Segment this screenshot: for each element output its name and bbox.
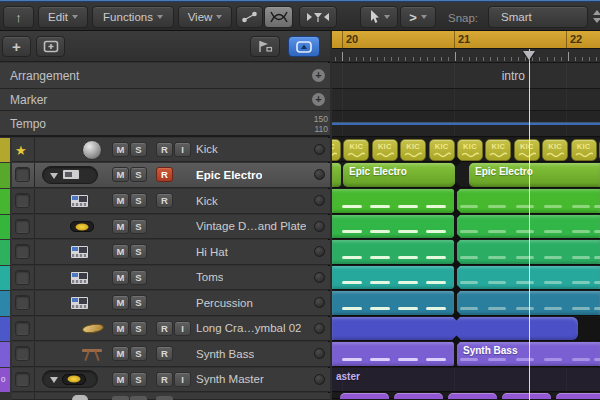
region-block-kick[interactable]: KIC	[400, 139, 426, 161]
flex-button[interactable]	[299, 6, 337, 28]
up-arrow-button[interactable]: ↑	[3, 6, 34, 28]
mute-button[interactable]: M	[112, 321, 129, 336]
record-enable-button[interactable]: R	[156, 167, 173, 182]
solo-button[interactable]: S	[130, 142, 147, 157]
add-arrangement-marker-button[interactable]: +	[312, 69, 325, 82]
track-automation-button[interactable]	[250, 36, 280, 57]
mute-button[interactable]: M	[112, 219, 129, 234]
track-row-percussion[interactable]: MSPercussion	[12, 291, 330, 316]
mute-button[interactable]: M	[112, 372, 129, 387]
track-checkbox[interactable]	[15, 270, 30, 285]
mute-button[interactable]: M	[112, 142, 129, 157]
region-block-partial[interactable]	[502, 393, 551, 399]
global-track-arrangement[interactable]: Arrangement +	[0, 63, 330, 89]
track-onoff-knob[interactable]	[314, 169, 325, 180]
track-onoff-knob[interactable]	[314, 195, 325, 206]
automation-nodes-button[interactable]	[236, 6, 263, 28]
global-track-tempo[interactable]: Tempo 150 110	[0, 111, 330, 137]
folder-region-epic-electro[interactable]: Epic Electro	[343, 163, 455, 187]
track-checkbox[interactable]	[15, 321, 30, 336]
solo-button[interactable]: S	[130, 219, 147, 234]
input-monitor-button[interactable]: I	[174, 372, 191, 387]
mute-button[interactable]: M	[112, 193, 129, 208]
track-onoff-knob[interactable]	[314, 297, 325, 308]
track-checkbox[interactable]	[15, 295, 30, 310]
record-enable-button[interactable]: R	[156, 372, 173, 387]
region-block-kick[interactable]: KIC	[542, 139, 568, 161]
crossfade-button[interactable]	[264, 6, 293, 28]
solo-button[interactable]: S	[130, 321, 147, 336]
solo-button[interactable]: S	[130, 167, 147, 182]
folder-region-epic-electro[interactable]: Epic Electro	[469, 163, 600, 187]
midi-region[interactable]	[332, 240, 454, 264]
arrange-view-button[interactable]	[288, 36, 320, 57]
region-block-kick[interactable]: KIC	[457, 139, 483, 161]
favorite-star-icon[interactable]: ★	[15, 144, 27, 157]
bar-ruler[interactable]: 20 21 22	[332, 31, 600, 49]
midi-region[interactable]	[332, 189, 454, 213]
region-block-partial[interactable]	[340, 393, 389, 399]
input-monitor-button[interactable]: I	[174, 321, 191, 336]
region-block-kick[interactable]: KIC	[332, 139, 341, 161]
track-disclosure-pill[interactable]	[42, 166, 98, 184]
track-row-synth-bass[interactable]: MSRSynth Bass	[12, 342, 330, 367]
track-onoff-knob[interactable]	[314, 144, 325, 155]
track-row-synth-master[interactable]: MSRISynth Master	[12, 368, 330, 392]
track-onoff-knob[interactable]	[314, 246, 325, 257]
folder-region-edge[interactable]	[332, 163, 341, 187]
input-monitor-button[interactable]: I	[174, 142, 191, 157]
track-checkbox[interactable]	[15, 346, 30, 361]
track-onoff-knob[interactable]	[314, 348, 325, 359]
snap-dropdown[interactable]: Smart	[488, 6, 588, 28]
playhead-line[interactable]	[529, 49, 530, 400]
record-enable-button[interactable]: R	[156, 321, 173, 336]
global-track-marker[interactable]: Marker +	[0, 89, 330, 111]
record-enable-button[interactable]: R	[156, 346, 173, 361]
region-block-kick[interactable]: KIC	[372, 139, 398, 161]
mute-button[interactable]: M	[112, 167, 129, 182]
region-block-kick[interactable]: KIC	[429, 139, 455, 161]
solo-button[interactable]: S	[130, 193, 147, 208]
solo-button[interactable]: S	[130, 244, 147, 259]
mute-button[interactable]: M	[112, 244, 129, 259]
midi-region[interactable]	[332, 291, 454, 315]
region-block-kick[interactable]: KIC	[571, 139, 597, 161]
track-checkbox[interactable]	[15, 372, 30, 387]
ruler-tick-row[interactable]	[332, 49, 600, 63]
track-checkbox[interactable]	[15, 219, 30, 234]
secondary-tool-button[interactable]: >	[400, 6, 436, 28]
track-checkbox[interactable]	[15, 193, 30, 208]
functions-menu-button[interactable]: Functions	[92, 6, 174, 28]
pointer-tool-button[interactable]	[360, 6, 398, 28]
track-row-hi-hat[interactable]: MSHi Hat	[12, 240, 330, 265]
arrangement-lane[interactable]: intro	[332, 63, 600, 89]
track-row-kick[interactable]: ★MSRIKick	[12, 138, 330, 162]
record-enable-button[interactable]: R	[156, 142, 173, 157]
track-onoff-knob[interactable]	[314, 323, 325, 334]
record-enable-button[interactable]: R	[156, 193, 173, 208]
add-marker-button[interactable]: +	[312, 93, 325, 106]
add-track-button[interactable]: +	[2, 36, 31, 57]
edit-menu-button[interactable]: Edit	[38, 6, 88, 28]
view-menu-button[interactable]: View	[178, 6, 232, 28]
track-disclosure-pill[interactable]	[42, 370, 98, 388]
track-onoff-knob[interactable]	[314, 374, 325, 385]
playhead-handle[interactable]	[523, 51, 535, 60]
duplicate-track-button[interactable]	[36, 36, 65, 57]
track-row-epic-electro[interactable]: MSREpic Electro	[12, 163, 330, 188]
region-block-partial[interactable]	[556, 393, 600, 399]
track-row-toms[interactable]: MSToms	[12, 266, 330, 290]
tempo-lane[interactable]	[332, 111, 600, 137]
midi-region[interactable]	[332, 342, 454, 366]
track-onoff-knob[interactable]	[314, 272, 325, 283]
solo-button[interactable]: S	[130, 372, 147, 387]
snap-stepper[interactable]	[591, 10, 600, 26]
region-block-partial[interactable]	[448, 393, 497, 399]
marker-lane[interactable]	[332, 89, 600, 111]
disclosure-triangle-icon[interactable]	[50, 173, 58, 179]
track-onoff-knob[interactable]	[314, 221, 325, 232]
mute-button[interactable]: M	[112, 346, 129, 361]
disclosure-triangle-icon[interactable]	[50, 377, 58, 383]
region-block-kick[interactable]: KIC	[343, 139, 369, 161]
solo-button[interactable]: S	[130, 270, 147, 285]
